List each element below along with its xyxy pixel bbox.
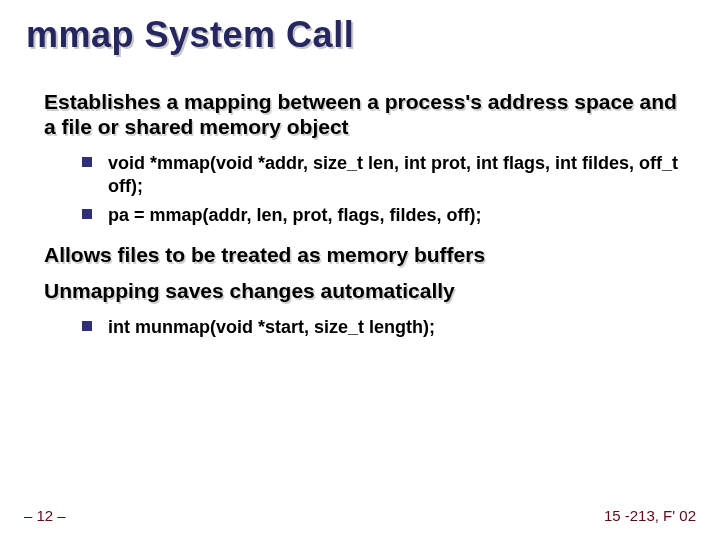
square-bullet-icon <box>82 209 92 219</box>
bullet-point: Establishes a mapping between a process'… <box>26 90 694 140</box>
sub-bullet: pa = mmap(addr, len, prot, flags, fildes… <box>82 204 694 227</box>
sub-bullet-text: pa = mmap(addr, len, prot, flags, fildes… <box>108 205 482 225</box>
footer-course-id: 15 -213, F' 02 <box>604 507 696 524</box>
sub-list: void *mmap(void *addr, size_t len, int p… <box>82 152 694 227</box>
bullet-point: Allows files to be treated as memory buf… <box>26 243 694 268</box>
footer-page-number: – 12 – <box>24 507 66 524</box>
slide-body: Establishes a mapping between a process'… <box>26 90 694 355</box>
sub-bullet: void *mmap(void *addr, size_t len, int p… <box>82 152 694 198</box>
bullet-point: Unmapping saves changes automatically <box>26 279 694 304</box>
square-bullet-icon <box>82 157 92 167</box>
slide: mmap System Call Establishes a mapping b… <box>0 0 720 540</box>
sub-bullet-text: void *mmap(void *addr, size_t len, int p… <box>108 153 678 196</box>
sub-list: int munmap(void *start, size_t length); <box>82 316 694 339</box>
sub-bullet: int munmap(void *start, size_t length); <box>82 316 694 339</box>
sub-bullet-text: int munmap(void *start, size_t length); <box>108 317 435 337</box>
square-bullet-icon <box>82 321 92 331</box>
slide-title: mmap System Call <box>26 14 354 56</box>
